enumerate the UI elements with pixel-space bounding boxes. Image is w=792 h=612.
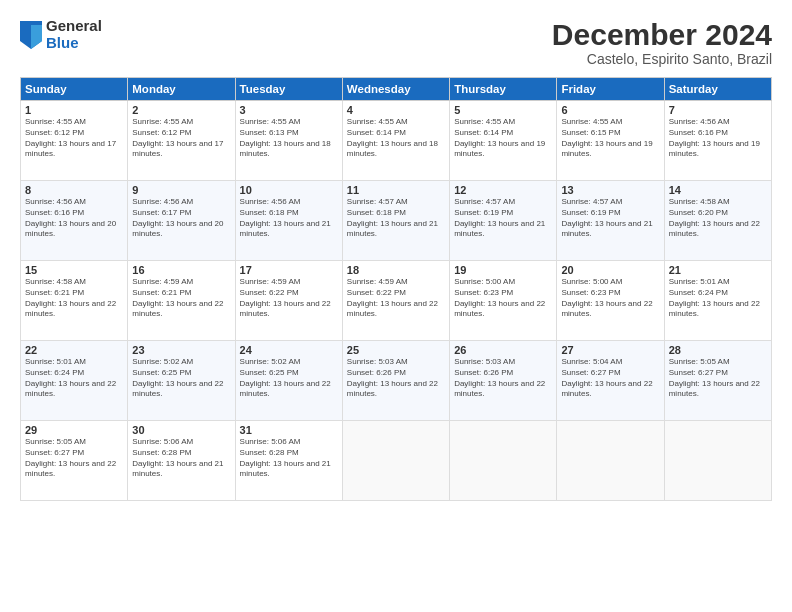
- week-row-3: 15Sunrise: 4:58 AM Sunset: 6:21 PM Dayli…: [21, 261, 772, 341]
- day-number: 17: [240, 264, 338, 276]
- calendar-cell: [342, 421, 449, 501]
- day-number: 24: [240, 344, 338, 356]
- day-number: 30: [132, 424, 230, 436]
- calendar-cell: 4Sunrise: 4:55 AM Sunset: 6:14 PM Daylig…: [342, 101, 449, 181]
- day-number: 11: [347, 184, 445, 196]
- page: General Blue December 2024 Castelo, Espi…: [0, 0, 792, 612]
- day-info: Sunrise: 4:56 AM Sunset: 6:18 PM Dayligh…: [240, 197, 338, 240]
- calendar: SundayMondayTuesdayWednesdayThursdayFrid…: [20, 77, 772, 501]
- calendar-cell: 23Sunrise: 5:02 AM Sunset: 6:25 PM Dayli…: [128, 341, 235, 421]
- day-info: Sunrise: 4:55 AM Sunset: 6:12 PM Dayligh…: [132, 117, 230, 160]
- day-number: 5: [454, 104, 552, 116]
- day-info: Sunrise: 4:58 AM Sunset: 6:20 PM Dayligh…: [669, 197, 767, 240]
- day-info: Sunrise: 5:02 AM Sunset: 6:25 PM Dayligh…: [240, 357, 338, 400]
- logo-text: General Blue: [46, 18, 102, 51]
- logo: General Blue: [20, 18, 102, 51]
- day-info: Sunrise: 4:55 AM Sunset: 6:13 PM Dayligh…: [240, 117, 338, 160]
- calendar-cell: [664, 421, 771, 501]
- day-number: 2: [132, 104, 230, 116]
- day-number: 31: [240, 424, 338, 436]
- weekday-saturday: Saturday: [664, 78, 771, 101]
- calendar-cell: 7Sunrise: 4:56 AM Sunset: 6:16 PM Daylig…: [664, 101, 771, 181]
- calendar-cell: 30Sunrise: 5:06 AM Sunset: 6:28 PM Dayli…: [128, 421, 235, 501]
- day-number: 16: [132, 264, 230, 276]
- calendar-cell: 9Sunrise: 4:56 AM Sunset: 6:17 PM Daylig…: [128, 181, 235, 261]
- day-info: Sunrise: 4:57 AM Sunset: 6:18 PM Dayligh…: [347, 197, 445, 240]
- day-number: 21: [669, 264, 767, 276]
- day-info: Sunrise: 5:00 AM Sunset: 6:23 PM Dayligh…: [561, 277, 659, 320]
- day-number: 4: [347, 104, 445, 116]
- day-info: Sunrise: 5:03 AM Sunset: 6:26 PM Dayligh…: [347, 357, 445, 400]
- calendar-cell: 15Sunrise: 4:58 AM Sunset: 6:21 PM Dayli…: [21, 261, 128, 341]
- day-number: 12: [454, 184, 552, 196]
- weekday-row: SundayMondayTuesdayWednesdayThursdayFrid…: [21, 78, 772, 101]
- calendar-cell: [557, 421, 664, 501]
- calendar-cell: 13Sunrise: 4:57 AM Sunset: 6:19 PM Dayli…: [557, 181, 664, 261]
- calendar-cell: [450, 421, 557, 501]
- calendar-body: 1Sunrise: 4:55 AM Sunset: 6:12 PM Daylig…: [21, 101, 772, 501]
- weekday-tuesday: Tuesday: [235, 78, 342, 101]
- day-number: 20: [561, 264, 659, 276]
- day-info: Sunrise: 5:06 AM Sunset: 6:28 PM Dayligh…: [240, 437, 338, 480]
- calendar-cell: 6Sunrise: 4:55 AM Sunset: 6:15 PM Daylig…: [557, 101, 664, 181]
- calendar-cell: 12Sunrise: 4:57 AM Sunset: 6:19 PM Dayli…: [450, 181, 557, 261]
- day-info: Sunrise: 4:55 AM Sunset: 6:14 PM Dayligh…: [347, 117, 445, 160]
- day-info: Sunrise: 4:57 AM Sunset: 6:19 PM Dayligh…: [561, 197, 659, 240]
- calendar-cell: 21Sunrise: 5:01 AM Sunset: 6:24 PM Dayli…: [664, 261, 771, 341]
- day-info: Sunrise: 4:56 AM Sunset: 6:17 PM Dayligh…: [132, 197, 230, 240]
- day-number: 8: [25, 184, 123, 196]
- week-row-2: 8Sunrise: 4:56 AM Sunset: 6:16 PM Daylig…: [21, 181, 772, 261]
- day-info: Sunrise: 5:04 AM Sunset: 6:27 PM Dayligh…: [561, 357, 659, 400]
- day-number: 23: [132, 344, 230, 356]
- day-number: 27: [561, 344, 659, 356]
- day-info: Sunrise: 5:05 AM Sunset: 6:27 PM Dayligh…: [669, 357, 767, 400]
- day-info: Sunrise: 4:56 AM Sunset: 6:16 PM Dayligh…: [25, 197, 123, 240]
- day-number: 1: [25, 104, 123, 116]
- day-info: Sunrise: 4:55 AM Sunset: 6:14 PM Dayligh…: [454, 117, 552, 160]
- svg-marker-1: [31, 25, 42, 49]
- calendar-cell: 5Sunrise: 4:55 AM Sunset: 6:14 PM Daylig…: [450, 101, 557, 181]
- day-number: 28: [669, 344, 767, 356]
- day-info: Sunrise: 4:59 AM Sunset: 6:21 PM Dayligh…: [132, 277, 230, 320]
- logo-icon: [20, 21, 42, 49]
- day-number: 25: [347, 344, 445, 356]
- calendar-cell: 16Sunrise: 4:59 AM Sunset: 6:21 PM Dayli…: [128, 261, 235, 341]
- calendar-cell: 3Sunrise: 4:55 AM Sunset: 6:13 PM Daylig…: [235, 101, 342, 181]
- day-info: Sunrise: 5:01 AM Sunset: 6:24 PM Dayligh…: [669, 277, 767, 320]
- day-info: Sunrise: 5:05 AM Sunset: 6:27 PM Dayligh…: [25, 437, 123, 480]
- calendar-cell: 31Sunrise: 5:06 AM Sunset: 6:28 PM Dayli…: [235, 421, 342, 501]
- weekday-wednesday: Wednesday: [342, 78, 449, 101]
- calendar-cell: 10Sunrise: 4:56 AM Sunset: 6:18 PM Dayli…: [235, 181, 342, 261]
- day-info: Sunrise: 5:03 AM Sunset: 6:26 PM Dayligh…: [454, 357, 552, 400]
- calendar-cell: 25Sunrise: 5:03 AM Sunset: 6:26 PM Dayli…: [342, 341, 449, 421]
- day-number: 9: [132, 184, 230, 196]
- day-number: 14: [669, 184, 767, 196]
- day-number: 15: [25, 264, 123, 276]
- calendar-cell: 20Sunrise: 5:00 AM Sunset: 6:23 PM Dayli…: [557, 261, 664, 341]
- subtitle: Castelo, Espirito Santo, Brazil: [552, 51, 772, 67]
- title-block: December 2024 Castelo, Espirito Santo, B…: [552, 18, 772, 67]
- day-info: Sunrise: 4:59 AM Sunset: 6:22 PM Dayligh…: [240, 277, 338, 320]
- day-info: Sunrise: 4:56 AM Sunset: 6:16 PM Dayligh…: [669, 117, 767, 160]
- weekday-friday: Friday: [557, 78, 664, 101]
- day-number: 19: [454, 264, 552, 276]
- day-number: 6: [561, 104, 659, 116]
- logo-blue-text: Blue: [46, 35, 102, 52]
- day-info: Sunrise: 5:06 AM Sunset: 6:28 PM Dayligh…: [132, 437, 230, 480]
- weekday-monday: Monday: [128, 78, 235, 101]
- calendar-cell: 17Sunrise: 4:59 AM Sunset: 6:22 PM Dayli…: [235, 261, 342, 341]
- day-info: Sunrise: 4:55 AM Sunset: 6:15 PM Dayligh…: [561, 117, 659, 160]
- day-number: 29: [25, 424, 123, 436]
- day-number: 13: [561, 184, 659, 196]
- calendar-cell: 29Sunrise: 5:05 AM Sunset: 6:27 PM Dayli…: [21, 421, 128, 501]
- week-row-5: 29Sunrise: 5:05 AM Sunset: 6:27 PM Dayli…: [21, 421, 772, 501]
- day-number: 18: [347, 264, 445, 276]
- day-number: 3: [240, 104, 338, 116]
- calendar-header: SundayMondayTuesdayWednesdayThursdayFrid…: [21, 78, 772, 101]
- header: General Blue December 2024 Castelo, Espi…: [20, 18, 772, 67]
- day-number: 10: [240, 184, 338, 196]
- calendar-cell: 2Sunrise: 4:55 AM Sunset: 6:12 PM Daylig…: [128, 101, 235, 181]
- day-info: Sunrise: 4:57 AM Sunset: 6:19 PM Dayligh…: [454, 197, 552, 240]
- calendar-cell: 14Sunrise: 4:58 AM Sunset: 6:20 PM Dayli…: [664, 181, 771, 261]
- week-row-1: 1Sunrise: 4:55 AM Sunset: 6:12 PM Daylig…: [21, 101, 772, 181]
